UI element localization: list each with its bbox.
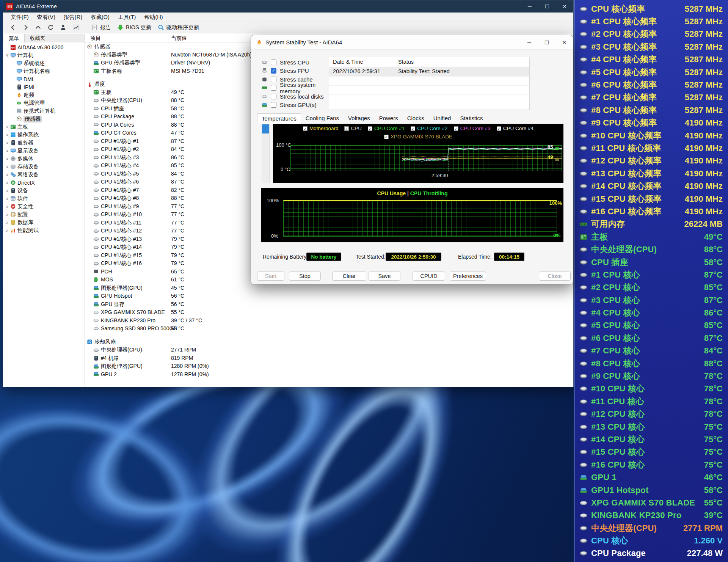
sensor-row[interactable]: #4 机箱819 RPM <box>85 355 573 363</box>
tree-item[interactable]: >设备 <box>3 187 85 195</box>
dialog-tab[interactable]: Temperatures <box>257 113 301 124</box>
tree-item[interactable]: 便携式计算机 <box>3 107 85 115</box>
stress-checkbox[interactable] <box>271 102 276 108</box>
tree-item[interactable]: >DirectX <box>3 179 85 187</box>
sensor-graph-button[interactable] <box>69 23 82 32</box>
tree-item[interactable]: >操作系统 <box>3 131 85 139</box>
tree-item[interactable]: >服务器 <box>3 139 85 147</box>
stress-checkbox[interactable] <box>271 77 276 82</box>
tree-item[interactable]: ∨计算机 <box>3 51 85 59</box>
tree-expander[interactable]: > <box>5 133 10 137</box>
tree-expander[interactable]: > <box>5 173 10 177</box>
report-button[interactable]: 报告 <box>88 23 114 32</box>
back-button[interactable] <box>7 23 19 32</box>
tree-item[interactable]: >显示设备 <box>3 147 85 155</box>
dialog-tab[interactable]: Unified <box>429 113 456 124</box>
tree-item[interactable]: 64AIDA64 v6.80.6200 <box>3 43 85 51</box>
sensor-row[interactable]: XPG GAMMIX S70 BLADE55 °C <box>85 309 573 317</box>
sensor-row[interactable]: KINGBANK KP230 Pro39 °C / 37 °C <box>85 317 573 326</box>
tree-expander[interactable]: ∨ <box>5 53 10 58</box>
tree-item[interactable]: >主板 <box>3 123 85 131</box>
menu-item[interactable]: 报告(R) <box>60 13 86 22</box>
scrollbar-thumb[interactable] <box>262 124 269 133</box>
sensor-row[interactable]: GPU 21278 RPM (0%) <box>85 371 573 380</box>
tree-item[interactable]: >数据库 <box>3 218 85 226</box>
minimize-button[interactable]: ─ <box>521 0 538 13</box>
test-log-table[interactable]: Date & Time Status 2022/10/26 2:59:31Sta… <box>329 57 530 110</box>
osd-value: 39°C <box>704 510 723 520</box>
tree-item[interactable]: >软件 <box>3 195 85 203</box>
dialog-title-bar[interactable]: System Stability Test - AIDA64 ─ ☐ ✕ <box>251 35 573 50</box>
tree-expander[interactable]: > <box>5 125 10 129</box>
sensor-row[interactable]: 图形处理器(GPU)1280 RPM (0%) <box>85 363 573 371</box>
tab-favorites[interactable]: 收藏夹 <box>25 34 51 42</box>
tree-item[interactable]: >网络设备 <box>3 171 85 179</box>
temp-chart-scrollbar[interactable] <box>262 124 270 183</box>
log-row[interactable]: 2022/10/26 2:59:31Stability Test: Starte… <box>329 67 529 76</box>
stress-checkbox[interactable] <box>271 94 276 99</box>
stress-checkbox[interactable]: ✓ <box>271 68 276 74</box>
sensor-row[interactable]: Samsung SSD 980 PRO 500GB55 °C <box>85 325 573 334</box>
sensor-row[interactable]: GPU Hotspot56 °C <box>85 293 573 301</box>
driver-update-button[interactable]: 驱动程序更新 <box>155 23 202 32</box>
tree-expander[interactable]: > <box>5 149 10 153</box>
sensor-group-row[interactable]: 冷却风扇 <box>85 339 573 347</box>
user-button[interactable] <box>57 23 69 32</box>
tree-expander[interactable]: > <box>5 141 10 145</box>
tree-item[interactable]: >存储设备 <box>3 163 85 171</box>
tree-item[interactable]: >多媒体 <box>3 155 85 163</box>
maximize-button[interactable]: ☐ <box>538 0 556 13</box>
main-title-bar[interactable]: 64 AIDA64 Extreme ─ ☐ ✕ <box>3 0 573 13</box>
tree-expander[interactable]: > <box>5 181 10 185</box>
sensor-row[interactable]: 图形处理器(GPU)45 °C <box>85 285 573 293</box>
bios-update-button[interactable]: BIOS 更新 <box>114 23 155 32</box>
tree-item[interactable]: 电源管理 <box>3 99 85 107</box>
tree-expander[interactable]: > <box>5 220 10 225</box>
sensor-row[interactable]: GPU 显存56 °C <box>85 301 573 309</box>
tree-item[interactable]: >配置 <box>3 210 85 218</box>
dialog-tab[interactable]: Voltages <box>344 113 375 124</box>
tree-item[interactable]: IPMI <box>3 83 85 91</box>
dialog-maximize-button[interactable]: ☐ <box>538 35 555 50</box>
tree-item[interactable]: >安全性 <box>3 203 85 210</box>
stress-checkbox[interactable] <box>271 60 276 65</box>
tree-expander[interactable]: > <box>5 188 10 193</box>
dialog-tab[interactable]: Clocks <box>403 113 429 124</box>
menu-item[interactable]: 工具(T) <box>114 13 140 22</box>
tree-item[interactable]: 传感器 <box>3 115 85 123</box>
refresh-button[interactable] <box>44 23 57 32</box>
tree-expander[interactable]: > <box>5 196 10 201</box>
tree-expander[interactable]: > <box>5 228 10 233</box>
forward-button[interactable] <box>19 23 32 32</box>
cpuid-button[interactable]: CPUID <box>413 272 445 281</box>
tree-expander[interactable]: > <box>5 165 10 169</box>
dialog-tab[interactable]: Cooling Fans <box>301 113 344 124</box>
tree-expander[interactable]: > <box>5 157 10 161</box>
tree-item[interactable]: >性能测试 <box>3 226 85 234</box>
tree-item[interactable]: 超频 <box>3 91 85 99</box>
close-button[interactable]: ✕ <box>556 0 573 13</box>
menu-item[interactable]: 收藏(O) <box>87 13 113 22</box>
dialog-tab[interactable]: Statistics <box>455 113 487 124</box>
tree-expander[interactable]: > <box>5 204 10 209</box>
dialog-tab[interactable]: Powers <box>375 113 403 124</box>
dialog-close-button[interactable]: ✕ <box>555 35 573 50</box>
start-button[interactable]: Start <box>257 272 284 281</box>
up-button[interactable] <box>32 23 44 32</box>
tab-menu[interactable]: 菜单 <box>3 34 25 42</box>
tree-expander[interactable]: > <box>5 212 10 217</box>
close-dialog-button[interactable]: Close <box>539 272 571 281</box>
dialog-minimize-button[interactable]: ─ <box>521 35 538 50</box>
tree-item[interactable]: 系统概述 <box>3 59 85 67</box>
tree-item[interactable]: DMI <box>3 75 85 83</box>
save-button[interactable]: Save <box>369 272 400 281</box>
stop-button[interactable]: Stop <box>289 272 321 281</box>
sensor-row[interactable]: 中央处理器(CPU)2771 RPM <box>85 347 573 355</box>
preferences-button[interactable]: Preferences <box>450 272 486 281</box>
menu-item[interactable]: 查看(V) <box>33 13 59 22</box>
stress-checkbox[interactable] <box>271 85 276 91</box>
menu-item[interactable]: 帮助(H) <box>140 13 166 22</box>
tree-item[interactable]: 计算机名称 <box>3 67 85 75</box>
menu-item[interactable]: 文件(F) <box>7 13 33 22</box>
clear-button[interactable]: Clear <box>332 272 366 281</box>
